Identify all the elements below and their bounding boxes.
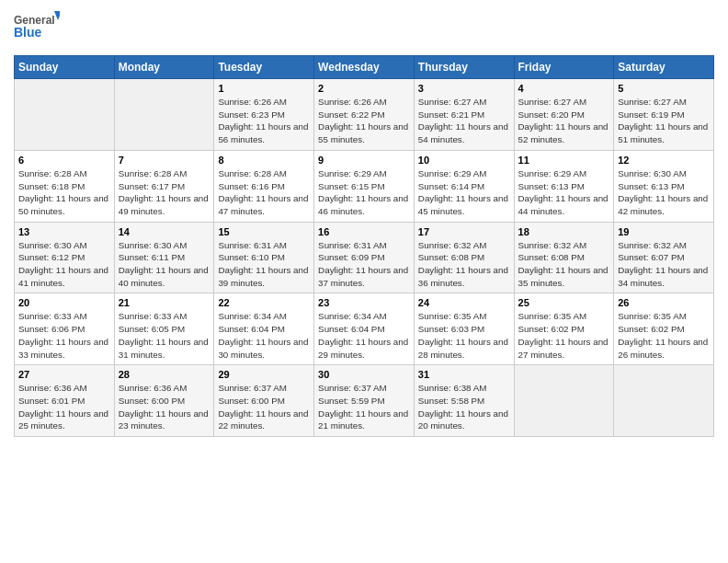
weekday-header-tuesday: Tuesday bbox=[214, 56, 314, 79]
day-detail: Sunrise: 6:33 AMSunset: 6:05 PMDaylight:… bbox=[119, 311, 209, 359]
day-number: 24 bbox=[418, 297, 510, 308]
day-number: 7 bbox=[119, 155, 210, 166]
calendar-cell: 17 Sunrise: 6:32 AMSunset: 6:08 PMDaylig… bbox=[414, 222, 514, 293]
day-number: 3 bbox=[418, 83, 510, 94]
calendar-cell: 20 Sunrise: 6:33 AMSunset: 6:06 PMDaylig… bbox=[15, 293, 115, 365]
day-detail: Sunrise: 6:31 AMSunset: 6:10 PMDaylight:… bbox=[218, 240, 308, 288]
logo-svg: General Blue bbox=[14, 9, 60, 48]
day-detail: Sunrise: 6:36 AMSunset: 6:00 PMDaylight:… bbox=[119, 383, 209, 431]
week-row-2: 6 Sunrise: 6:28 AMSunset: 6:18 PMDayligh… bbox=[15, 150, 714, 222]
calendar-cell: 15 Sunrise: 6:31 AMSunset: 6:10 PMDaylig… bbox=[214, 222, 314, 293]
calendar-cell: 5 Sunrise: 6:27 AMSunset: 6:19 PMDayligh… bbox=[614, 79, 714, 151]
day-detail: Sunrise: 6:31 AMSunset: 6:09 PMDaylight:… bbox=[318, 240, 408, 288]
day-number: 23 bbox=[318, 297, 410, 308]
day-number: 14 bbox=[119, 226, 210, 237]
day-detail: Sunrise: 6:26 AMSunset: 6:22 PMDaylight:… bbox=[318, 97, 408, 144]
day-number: 9 bbox=[318, 155, 410, 166]
day-number: 22 bbox=[218, 297, 310, 308]
day-number: 20 bbox=[18, 297, 110, 308]
calendar-cell: 28 Sunrise: 6:36 AMSunset: 6:00 PMDaylig… bbox=[114, 365, 214, 437]
calendar-cell: 13 Sunrise: 6:30 AMSunset: 6:12 PMDaylig… bbox=[15, 222, 115, 293]
day-number: 13 bbox=[18, 226, 110, 237]
day-detail: Sunrise: 6:35 AMSunset: 6:02 PMDaylight:… bbox=[618, 311, 708, 359]
calendar-cell bbox=[15, 79, 115, 151]
calendar-cell: 16 Sunrise: 6:31 AMSunset: 6:09 PMDaylig… bbox=[314, 222, 415, 293]
calendar-cell: 14 Sunrise: 6:30 AMSunset: 6:11 PMDaylig… bbox=[114, 222, 214, 293]
day-number: 10 bbox=[418, 155, 510, 166]
day-number: 15 bbox=[218, 226, 310, 237]
svg-marker-2 bbox=[54, 11, 60, 20]
day-number: 12 bbox=[618, 155, 710, 166]
day-number: 4 bbox=[518, 83, 610, 94]
day-detail: Sunrise: 6:29 AMSunset: 6:13 PMDaylight:… bbox=[518, 168, 609, 216]
calendar-cell: 31 Sunrise: 6:38 AMSunset: 5:58 PMDaylig… bbox=[414, 365, 514, 437]
calendar-table: SundayMondayTuesdayWednesdayThursdayFrid… bbox=[14, 55, 714, 437]
week-row-4: 20 Sunrise: 6:33 AMSunset: 6:06 PMDaylig… bbox=[15, 293, 714, 365]
day-detail: Sunrise: 6:34 AMSunset: 6:04 PMDaylight:… bbox=[318, 311, 408, 359]
day-detail: Sunrise: 6:29 AMSunset: 6:14 PMDaylight:… bbox=[418, 168, 508, 216]
day-detail: Sunrise: 6:28 AMSunset: 6:18 PMDaylight:… bbox=[18, 168, 108, 216]
svg-text:Blue: Blue bbox=[14, 25, 42, 40]
day-number: 16 bbox=[318, 226, 410, 237]
day-detail: Sunrise: 6:37 AMSunset: 5:59 PMDaylight:… bbox=[318, 383, 408, 431]
day-detail: Sunrise: 6:35 AMSunset: 6:03 PMDaylight:… bbox=[418, 311, 508, 359]
calendar-cell: 8 Sunrise: 6:28 AMSunset: 6:16 PMDayligh… bbox=[214, 150, 314, 222]
day-number: 11 bbox=[518, 155, 610, 166]
calendar-cell: 11 Sunrise: 6:29 AMSunset: 6:13 PMDaylig… bbox=[514, 150, 614, 222]
day-number: 26 bbox=[618, 297, 710, 308]
day-detail: Sunrise: 6:36 AMSunset: 6:01 PMDaylight:… bbox=[18, 383, 108, 431]
calendar-cell: 24 Sunrise: 6:35 AMSunset: 6:03 PMDaylig… bbox=[414, 293, 514, 365]
weekday-header-saturday: Saturday bbox=[614, 56, 714, 79]
weekday-header-row: SundayMondayTuesdayWednesdayThursdayFrid… bbox=[15, 56, 714, 79]
day-detail: Sunrise: 6:35 AMSunset: 6:02 PMDaylight:… bbox=[518, 311, 609, 359]
logo: General Blue bbox=[14, 9, 60, 48]
weekday-header-thursday: Thursday bbox=[414, 56, 514, 79]
day-detail: Sunrise: 6:30 AMSunset: 6:11 PMDaylight:… bbox=[119, 240, 209, 288]
day-detail: Sunrise: 6:38 AMSunset: 5:58 PMDaylight:… bbox=[418, 383, 508, 431]
day-detail: Sunrise: 6:29 AMSunset: 6:15 PMDaylight:… bbox=[318, 168, 408, 216]
header: General Blue bbox=[14, 9, 714, 48]
day-number: 18 bbox=[518, 226, 610, 237]
calendar-cell: 12 Sunrise: 6:30 AMSunset: 6:13 PMDaylig… bbox=[614, 150, 714, 222]
calendar-cell: 18 Sunrise: 6:32 AMSunset: 6:08 PMDaylig… bbox=[514, 222, 614, 293]
day-number: 17 bbox=[418, 226, 510, 237]
day-detail: Sunrise: 6:30 AMSunset: 6:13 PMDaylight:… bbox=[618, 168, 708, 216]
day-detail: Sunrise: 6:28 AMSunset: 6:16 PMDaylight:… bbox=[218, 168, 308, 216]
day-number: 21 bbox=[119, 297, 210, 308]
calendar-cell: 29 Sunrise: 6:37 AMSunset: 6:00 PMDaylig… bbox=[214, 365, 314, 437]
calendar-cell bbox=[614, 365, 714, 437]
day-number: 2 bbox=[318, 83, 410, 94]
calendar-cell: 7 Sunrise: 6:28 AMSunset: 6:17 PMDayligh… bbox=[114, 150, 214, 222]
day-number: 19 bbox=[618, 226, 710, 237]
week-row-5: 27 Sunrise: 6:36 AMSunset: 6:01 PMDaylig… bbox=[15, 365, 714, 437]
day-number: 5 bbox=[618, 83, 710, 94]
day-number: 6 bbox=[18, 155, 110, 166]
day-detail: Sunrise: 6:27 AMSunset: 6:19 PMDaylight:… bbox=[618, 97, 708, 144]
day-number: 30 bbox=[318, 369, 410, 380]
day-number: 28 bbox=[119, 369, 210, 380]
weekday-header-monday: Monday bbox=[114, 56, 214, 79]
calendar-cell: 1 Sunrise: 6:26 AMSunset: 6:23 PMDayligh… bbox=[214, 79, 314, 151]
day-number: 1 bbox=[218, 83, 310, 94]
calendar-cell bbox=[514, 365, 614, 437]
calendar-cell: 21 Sunrise: 6:33 AMSunset: 6:05 PMDaylig… bbox=[114, 293, 214, 365]
day-detail: Sunrise: 6:27 AMSunset: 6:21 PMDaylight:… bbox=[418, 97, 508, 144]
day-detail: Sunrise: 6:28 AMSunset: 6:17 PMDaylight:… bbox=[119, 168, 209, 216]
day-number: 8 bbox=[218, 155, 310, 166]
calendar-cell: 30 Sunrise: 6:37 AMSunset: 5:59 PMDaylig… bbox=[314, 365, 415, 437]
calendar-cell bbox=[114, 79, 214, 151]
day-detail: Sunrise: 6:37 AMSunset: 6:00 PMDaylight:… bbox=[218, 383, 308, 431]
day-number: 29 bbox=[218, 369, 310, 380]
day-detail: Sunrise: 6:32 AMSunset: 6:08 PMDaylight:… bbox=[518, 240, 609, 288]
day-number: 31 bbox=[418, 369, 510, 380]
day-number: 27 bbox=[18, 369, 110, 380]
day-detail: Sunrise: 6:34 AMSunset: 6:04 PMDaylight:… bbox=[218, 311, 308, 359]
day-detail: Sunrise: 6:33 AMSunset: 6:06 PMDaylight:… bbox=[18, 311, 108, 359]
weekday-header-friday: Friday bbox=[514, 56, 614, 79]
day-detail: Sunrise: 6:32 AMSunset: 6:08 PMDaylight:… bbox=[418, 240, 508, 288]
weekday-header-sunday: Sunday bbox=[15, 56, 115, 79]
week-row-1: 1 Sunrise: 6:26 AMSunset: 6:23 PMDayligh… bbox=[15, 79, 714, 151]
calendar-cell: 3 Sunrise: 6:27 AMSunset: 6:21 PMDayligh… bbox=[414, 79, 514, 151]
day-detail: Sunrise: 6:32 AMSunset: 6:07 PMDaylight:… bbox=[618, 240, 708, 288]
calendar-cell: 19 Sunrise: 6:32 AMSunset: 6:07 PMDaylig… bbox=[614, 222, 714, 293]
